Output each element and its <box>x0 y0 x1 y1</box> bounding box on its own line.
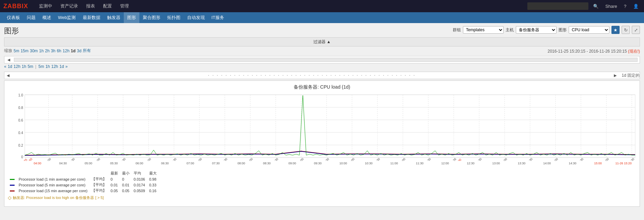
main-content: 图形 群组 Templates 主机 备份服务器 图形 CPU load ★ ↻… <box>0 23 644 209</box>
nav-suffix[interactable]: » <box>65 64 68 69</box>
svg-text:19:30: 19:30 <box>220 157 228 161</box>
host-select[interactable]: 备份服务器 <box>516 26 557 34</box>
time-start: 2016-11-25 15:20:15 <box>548 49 585 54</box>
legend-label-3: Processor load (15 min average per core) <box>17 188 90 194</box>
nav-latest-data[interactable]: 最新数据 <box>79 12 104 23</box>
legend-item-3: Processor load (15 min average per core)… <box>8 188 159 194</box>
share-button[interactable]: Share <box>603 3 619 10</box>
legend-color-3 <box>10 190 15 191</box>
scroll-track-1[interactable] <box>14 58 638 62</box>
svg-text:20:00: 20:00 <box>246 157 253 161</box>
period-2h[interactable]: 2h <box>45 49 50 53</box>
filter-controls: 群组 Templates 主机 备份服务器 图形 CPU load ★ ↻ ⤢ <box>453 26 640 34</box>
nav-assets[interactable]: 资产记录 <box>56 0 82 12</box>
svg-text:23:00: 23:00 <box>398 157 406 161</box>
svg-rect-0 <box>25 95 635 158</box>
svg-text:21:30: 21:30 <box>322 157 330 161</box>
legend-color-2 <box>10 185 15 186</box>
search-input[interactable] <box>527 2 588 10</box>
svg-text:03:00: 03:00 <box>602 157 609 161</box>
svg-text:18:00: 18:00 <box>144 157 152 161</box>
period-3h[interactable]: 3h <box>51 49 55 53</box>
svg-text:02:00: 02:00 <box>551 157 559 161</box>
nav-dashboard[interactable]: 仪表板 <box>3 12 23 23</box>
svg-text:01:30: 01:30 <box>525 157 533 161</box>
nav-reports[interactable]: 报表 <box>82 0 99 12</box>
svg-text:0: 0 <box>21 155 23 159</box>
search-icon[interactable]: 🔍 <box>591 3 601 10</box>
nav-5m-left[interactable]: 5m <box>27 64 33 69</box>
fullscreen-button[interactable]: ⤢ <box>632 26 640 34</box>
svg-text:22:30: 22:30 <box>373 157 380 161</box>
help-icon[interactable]: ? <box>622 3 628 10</box>
period-12h[interactable]: 12h <box>63 49 70 53</box>
svg-text:01:00: 01:00 <box>500 157 508 161</box>
nav-prefix[interactable]: « <box>4 64 6 69</box>
legend-label-2: Processor load (5 min average per core) <box>17 182 90 188</box>
time-controls: 缩放 5m 15m 30m 1h 2h 3h 6h 12h 1d 3d 所有 <box>4 48 91 54</box>
period-6h[interactable]: 6h <box>57 49 61 53</box>
legend-type-1: 【平均】 <box>90 176 109 182</box>
period-3d[interactable]: 3d <box>77 49 81 53</box>
user-icon[interactable]: 👤 <box>631 3 641 10</box>
legend-type-2: 【平均】 <box>90 182 109 188</box>
nav-admin[interactable]: 管理 <box>116 0 133 12</box>
nav-web[interactable]: Web监测 <box>55 12 79 23</box>
nav-12h-right[interactable]: 12h <box>51 64 58 69</box>
nav-sep: | <box>35 64 36 69</box>
legend-label-1: Processor load (1 min average per core) <box>17 176 90 182</box>
scroll-left-btn[interactable]: ◄ <box>5 57 13 62</box>
host-label: 主机 <box>506 27 514 33</box>
period-1d[interactable]: 1d <box>71 49 76 53</box>
nav-it-services[interactable]: IT服务 <box>208 12 228 23</box>
svg-text:0.8: 0.8 <box>18 106 23 110</box>
legend-table: 最新 最小 平均 最大 Processor load (1 min averag… <box>8 170 159 194</box>
second-navbar: 仪表板 问题 概述 Web监测 最新数据 触发器 图形 聚合图形 拓扑图 自动发… <box>0 12 644 23</box>
svg-text:0.6: 0.6 <box>18 118 23 122</box>
svg-text:17:30: 17:30 <box>118 157 126 161</box>
nav-graphs[interactable]: 图形 <box>124 12 139 23</box>
period-1h[interactable]: 1h <box>39 49 43 53</box>
period-5m[interactable]: 5m <box>14 49 19 53</box>
nav-topology[interactable]: 拓扑图 <box>164 12 184 23</box>
svg-text:19:00: 19:00 <box>195 157 202 161</box>
favorite-button[interactable]: ★ <box>611 26 620 34</box>
scroll-left-btn-2[interactable]: ◄ <box>4 73 12 78</box>
nav-1d-right[interactable]: 1d <box>59 64 64 69</box>
period-15m[interactable]: 15m <box>21 49 28 53</box>
svg-text:03:30: 03:30 <box>627 157 635 161</box>
legend-min-1: 0 <box>120 176 132 182</box>
nav-triggers[interactable]: 触发器 <box>104 12 124 23</box>
time-suffix: (现在!) <box>628 49 640 54</box>
scroll-right-btn-2[interactable]: ► <box>611 73 619 78</box>
period-all[interactable]: 所有 <box>83 48 91 54</box>
nav-5m-right[interactable]: 5m <box>38 64 44 69</box>
stats-header-min: 最小 <box>120 170 132 176</box>
period-30m[interactable]: 30m <box>30 49 38 53</box>
legend-max-3: 0.16 <box>147 188 159 194</box>
refresh-button[interactable]: ↻ <box>622 26 630 34</box>
nav-12h-left[interactable]: 12h <box>14 64 20 69</box>
nav-1h-left[interactable]: 1h <box>22 64 26 69</box>
graph-select[interactable]: CPU load <box>569 26 609 34</box>
filter-toggle[interactable]: 过滤器 ▲ <box>4 37 640 47</box>
legend-latest-1: 0 <box>109 176 120 182</box>
page-header: 图形 群组 Templates 主机 备份服务器 图形 CPU load ★ ↻… <box>4 26 640 36</box>
nav-discovery[interactable]: 自动发现 <box>184 12 208 23</box>
zoom-label: 缩放 <box>4 48 12 54</box>
scroll-row-1: ◄ <box>4 56 640 63</box>
graph-label: 图形 <box>559 27 567 33</box>
top-navbar: ZABBIX 监测中 资产记录 报表 配置 管理 🔍 Share ? 👤 <box>0 0 644 12</box>
nav-overview[interactable]: 概述 <box>39 12 55 23</box>
nav-1d-left[interactable]: 1d <box>8 64 12 69</box>
nav-monitoring[interactable]: 监测中 <box>35 0 56 12</box>
nav-row: « 1d 12h 1h 5m | 5m 1h 12h 1d » <box>4 64 67 69</box>
nav-aggregate-graphs[interactable]: 聚合图形 <box>139 12 164 23</box>
svg-text:16:00: 16:00 <box>44 157 52 161</box>
nav-problems[interactable]: 问题 <box>23 12 39 23</box>
legend-min-2: 0.01 <box>120 182 132 188</box>
nav-1h-right[interactable]: 1h <box>45 64 50 69</box>
group-select[interactable]: Templates <box>463 26 504 34</box>
svg-text:18:30: 18:30 <box>169 157 177 161</box>
nav-config[interactable]: 配置 <box>99 0 116 12</box>
